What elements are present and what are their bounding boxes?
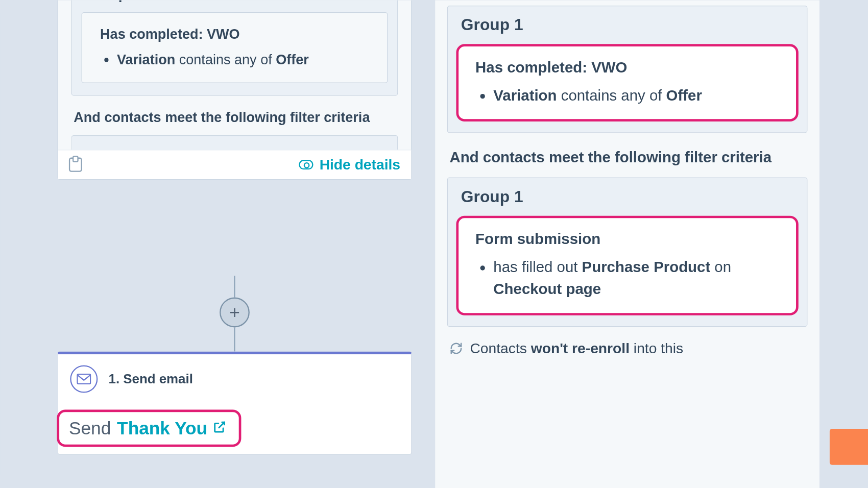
filter-group-box-partial[interactable] bbox=[71, 135, 398, 149]
send-prefix: Send bbox=[68, 418, 110, 438]
hide-details-button[interactable]: Hide details bbox=[299, 156, 400, 173]
right-filter-group[interactable]: Group 1 Form submission has filled out P… bbox=[447, 177, 807, 326]
trigger-condition[interactable]: Has completed: VWO Variation contains an… bbox=[81, 12, 388, 83]
trigger-condition-title: Has completed: VWO bbox=[100, 26, 372, 42]
clipboard-icon[interactable] bbox=[68, 157, 82, 172]
email-step-label: 1. Send email bbox=[108, 371, 192, 387]
reenrollment-note: Contacts won't re-enroll into this bbox=[449, 339, 805, 356]
right-form-condition-highlight[interactable]: Form submission has filled out Purchase … bbox=[456, 215, 798, 315]
right-filter-criteria-label: And contacts meet the following filter c… bbox=[449, 148, 805, 168]
right-filter-group-label: Group 1 bbox=[461, 187, 793, 206]
add-step-button[interactable]: + bbox=[220, 297, 250, 327]
trigger-group-label: Group 1 bbox=[84, 0, 388, 3]
trigger-group-box[interactable]: Group 1 Has completed: VWO Variation con… bbox=[71, 0, 398, 95]
right-form-title: Form submission bbox=[475, 230, 782, 248]
refresh-icon bbox=[449, 341, 463, 355]
send-email-step-card[interactable]: 1. Send email Send Thank You bbox=[57, 351, 412, 454]
external-link-icon bbox=[212, 418, 226, 438]
reenrollment-text: Contacts won't re-enroll into this bbox=[470, 339, 683, 356]
trigger-condition-rule: Variation contains any of Offer bbox=[116, 51, 371, 69]
right-trigger-group[interactable]: Group 1 Has completed: VWO Variation con… bbox=[447, 6, 807, 133]
filter-criteria-label: And contacts meet the following filter c… bbox=[74, 109, 394, 127]
eye-icon bbox=[299, 160, 313, 169]
right-trigger-rule: Variation contains any of Offer bbox=[493, 84, 781, 106]
plus-icon: + bbox=[229, 302, 240, 322]
card-footer-bar: Hide details bbox=[58, 150, 411, 179]
help-widget-partial[interactable] bbox=[829, 429, 867, 465]
trigger-card[interactable]: Group 1 Has completed: VWO Variation con… bbox=[57, 0, 412, 180]
right-trigger-condition-highlight[interactable]: Has completed: VWO Variation contains an… bbox=[456, 44, 798, 121]
send-email-link-highlight: Send Thank You bbox=[57, 409, 241, 447]
workflow-connector: + bbox=[57, 276, 412, 351]
email-icon bbox=[70, 365, 98, 393]
selected-email-link[interactable]: Thank You bbox=[117, 418, 227, 438]
workflow-editor-canvas: Group 1 Has completed: VWO Variation con… bbox=[0, 0, 867, 488]
workflow-settings-panel: Events that will trigger this workflow: … bbox=[435, 0, 819, 488]
right-trigger-title: Has completed: VWO bbox=[475, 58, 782, 76]
svg-rect-0 bbox=[77, 374, 90, 384]
right-form-rule: has filled out Purchase Product on Check… bbox=[493, 256, 781, 299]
right-trigger-group-label: Group 1 bbox=[461, 16, 793, 34]
hide-details-label: Hide details bbox=[319, 156, 400, 173]
